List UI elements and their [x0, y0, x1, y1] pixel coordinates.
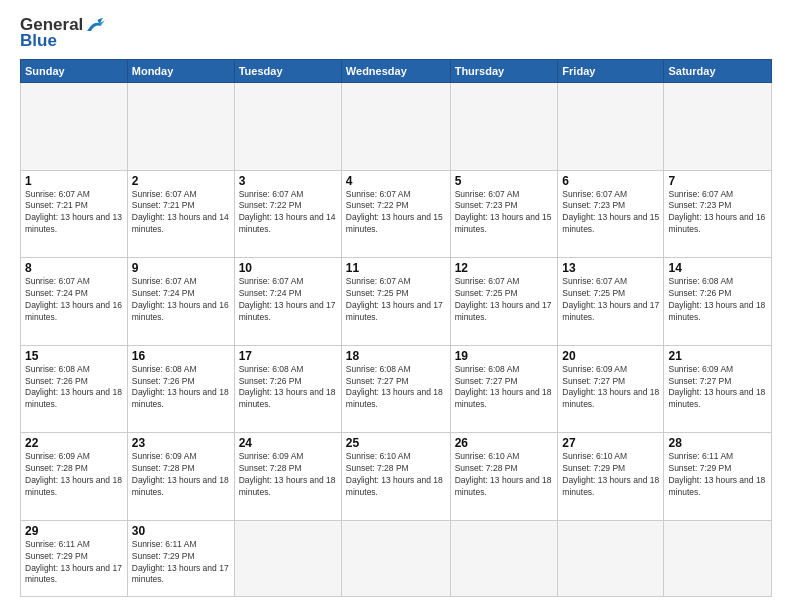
- calendar-cell: 6Sunrise: 6:07 AMSunset: 7:23 PMDaylight…: [558, 170, 664, 258]
- calendar-cell: 11Sunrise: 6:07 AMSunset: 7:25 PMDayligh…: [341, 258, 450, 346]
- day-info: Sunrise: 6:08 AMSunset: 7:26 PMDaylight:…: [668, 276, 767, 324]
- day-number: 24: [239, 436, 337, 450]
- day-info: Sunrise: 6:07 AMSunset: 7:22 PMDaylight:…: [346, 189, 446, 237]
- calendar-cell: [341, 520, 450, 596]
- calendar-cell: [558, 520, 664, 596]
- day-number: 22: [25, 436, 123, 450]
- day-info: Sunrise: 6:07 AMSunset: 7:22 PMDaylight:…: [239, 189, 337, 237]
- calendar-cell: [664, 520, 772, 596]
- day-number: 26: [455, 436, 554, 450]
- calendar-week-row: 29Sunrise: 6:11 AMSunset: 7:29 PMDayligh…: [21, 520, 772, 596]
- day-number: 27: [562, 436, 659, 450]
- calendar-page: General Blue SundayMondayTuesdayWednesda…: [0, 0, 792, 612]
- day-info: Sunrise: 6:07 AMSunset: 7:25 PMDaylight:…: [346, 276, 446, 324]
- calendar-cell: 12Sunrise: 6:07 AMSunset: 7:25 PMDayligh…: [450, 258, 558, 346]
- day-info: Sunrise: 6:09 AMSunset: 7:28 PMDaylight:…: [132, 451, 230, 499]
- calendar-cell: 2Sunrise: 6:07 AMSunset: 7:21 PMDaylight…: [127, 170, 234, 258]
- column-header-tuesday: Tuesday: [234, 60, 341, 83]
- day-info: Sunrise: 6:07 AMSunset: 7:25 PMDaylight:…: [562, 276, 659, 324]
- calendar-cell: 7Sunrise: 6:07 AMSunset: 7:23 PMDaylight…: [664, 170, 772, 258]
- day-number: 19: [455, 349, 554, 363]
- day-info: Sunrise: 6:09 AMSunset: 7:28 PMDaylight:…: [239, 451, 337, 499]
- column-header-friday: Friday: [558, 60, 664, 83]
- column-header-monday: Monday: [127, 60, 234, 83]
- day-number: 21: [668, 349, 767, 363]
- calendar-cell: 1Sunrise: 6:07 AMSunset: 7:21 PMDaylight…: [21, 170, 128, 258]
- calendar-cell: 8Sunrise: 6:07 AMSunset: 7:24 PMDaylight…: [21, 258, 128, 346]
- day-info: Sunrise: 6:07 AMSunset: 7:21 PMDaylight:…: [132, 189, 230, 237]
- day-number: 17: [239, 349, 337, 363]
- calendar-cell: [127, 83, 234, 171]
- day-number: 8: [25, 261, 123, 275]
- day-info: Sunrise: 6:08 AMSunset: 7:26 PMDaylight:…: [132, 364, 230, 412]
- calendar-cell: 4Sunrise: 6:07 AMSunset: 7:22 PMDaylight…: [341, 170, 450, 258]
- day-info: Sunrise: 6:07 AMSunset: 7:24 PMDaylight:…: [239, 276, 337, 324]
- calendar-week-row: 22Sunrise: 6:09 AMSunset: 7:28 PMDayligh…: [21, 433, 772, 521]
- day-info: Sunrise: 6:09 AMSunset: 7:27 PMDaylight:…: [668, 364, 767, 412]
- calendar-week-row: 1Sunrise: 6:07 AMSunset: 7:21 PMDaylight…: [21, 170, 772, 258]
- day-info: Sunrise: 6:11 AMSunset: 7:29 PMDaylight:…: [25, 539, 123, 587]
- calendar-cell: 24Sunrise: 6:09 AMSunset: 7:28 PMDayligh…: [234, 433, 341, 521]
- calendar-cell: 19Sunrise: 6:08 AMSunset: 7:27 PMDayligh…: [450, 345, 558, 433]
- day-info: Sunrise: 6:07 AMSunset: 7:24 PMDaylight:…: [132, 276, 230, 324]
- day-number: 28: [668, 436, 767, 450]
- day-number: 7: [668, 174, 767, 188]
- day-number: 16: [132, 349, 230, 363]
- logo: General Blue: [20, 15, 107, 51]
- calendar-cell: 26Sunrise: 6:10 AMSunset: 7:28 PMDayligh…: [450, 433, 558, 521]
- day-info: Sunrise: 6:07 AMSunset: 7:23 PMDaylight:…: [668, 189, 767, 237]
- day-info: Sunrise: 6:10 AMSunset: 7:28 PMDaylight:…: [455, 451, 554, 499]
- day-number: 20: [562, 349, 659, 363]
- logo-bird-icon: [85, 17, 107, 33]
- day-number: 13: [562, 261, 659, 275]
- day-info: Sunrise: 6:09 AMSunset: 7:28 PMDaylight:…: [25, 451, 123, 499]
- calendar-cell: 20Sunrise: 6:09 AMSunset: 7:27 PMDayligh…: [558, 345, 664, 433]
- calendar-cell: 27Sunrise: 6:10 AMSunset: 7:29 PMDayligh…: [558, 433, 664, 521]
- column-header-saturday: Saturday: [664, 60, 772, 83]
- calendar-week-row: 15Sunrise: 6:08 AMSunset: 7:26 PMDayligh…: [21, 345, 772, 433]
- day-number: 15: [25, 349, 123, 363]
- calendar-cell: [450, 83, 558, 171]
- calendar-table: SundayMondayTuesdayWednesdayThursdayFrid…: [20, 59, 772, 597]
- calendar-cell: 5Sunrise: 6:07 AMSunset: 7:23 PMDaylight…: [450, 170, 558, 258]
- calendar-week-row: 8Sunrise: 6:07 AMSunset: 7:24 PMDaylight…: [21, 258, 772, 346]
- calendar-cell: [21, 83, 128, 171]
- day-info: Sunrise: 6:08 AMSunset: 7:27 PMDaylight:…: [455, 364, 554, 412]
- calendar-cell: [234, 520, 341, 596]
- calendar-cell: 30Sunrise: 6:11 AMSunset: 7:29 PMDayligh…: [127, 520, 234, 596]
- calendar-cell: 21Sunrise: 6:09 AMSunset: 7:27 PMDayligh…: [664, 345, 772, 433]
- column-header-sunday: Sunday: [21, 60, 128, 83]
- day-number: 30: [132, 524, 230, 538]
- calendar-cell: 22Sunrise: 6:09 AMSunset: 7:28 PMDayligh…: [21, 433, 128, 521]
- day-number: 23: [132, 436, 230, 450]
- day-info: Sunrise: 6:11 AMSunset: 7:29 PMDaylight:…: [132, 539, 230, 587]
- day-info: Sunrise: 6:07 AMSunset: 7:25 PMDaylight:…: [455, 276, 554, 324]
- calendar-cell: 29Sunrise: 6:11 AMSunset: 7:29 PMDayligh…: [21, 520, 128, 596]
- header: General Blue: [20, 15, 772, 51]
- calendar-cell: 15Sunrise: 6:08 AMSunset: 7:26 PMDayligh…: [21, 345, 128, 433]
- day-number: 25: [346, 436, 446, 450]
- column-header-wednesday: Wednesday: [341, 60, 450, 83]
- day-number: 9: [132, 261, 230, 275]
- calendar-cell: 14Sunrise: 6:08 AMSunset: 7:26 PMDayligh…: [664, 258, 772, 346]
- day-info: Sunrise: 6:07 AMSunset: 7:21 PMDaylight:…: [25, 189, 123, 237]
- day-info: Sunrise: 6:10 AMSunset: 7:28 PMDaylight:…: [346, 451, 446, 499]
- day-number: 6: [562, 174, 659, 188]
- calendar-cell: 9Sunrise: 6:07 AMSunset: 7:24 PMDaylight…: [127, 258, 234, 346]
- day-info: Sunrise: 6:08 AMSunset: 7:26 PMDaylight:…: [25, 364, 123, 412]
- day-number: 29: [25, 524, 123, 538]
- day-info: Sunrise: 6:11 AMSunset: 7:29 PMDaylight:…: [668, 451, 767, 499]
- day-number: 2: [132, 174, 230, 188]
- calendar-cell: 25Sunrise: 6:10 AMSunset: 7:28 PMDayligh…: [341, 433, 450, 521]
- day-number: 4: [346, 174, 446, 188]
- column-header-thursday: Thursday: [450, 60, 558, 83]
- calendar-cell: [450, 520, 558, 596]
- day-info: Sunrise: 6:08 AMSunset: 7:26 PMDaylight:…: [239, 364, 337, 412]
- calendar-cell: 23Sunrise: 6:09 AMSunset: 7:28 PMDayligh…: [127, 433, 234, 521]
- day-number: 14: [668, 261, 767, 275]
- day-number: 10: [239, 261, 337, 275]
- calendar-cell: [341, 83, 450, 171]
- day-number: 5: [455, 174, 554, 188]
- calendar-cell: 17Sunrise: 6:08 AMSunset: 7:26 PMDayligh…: [234, 345, 341, 433]
- day-info: Sunrise: 6:07 AMSunset: 7:23 PMDaylight:…: [562, 189, 659, 237]
